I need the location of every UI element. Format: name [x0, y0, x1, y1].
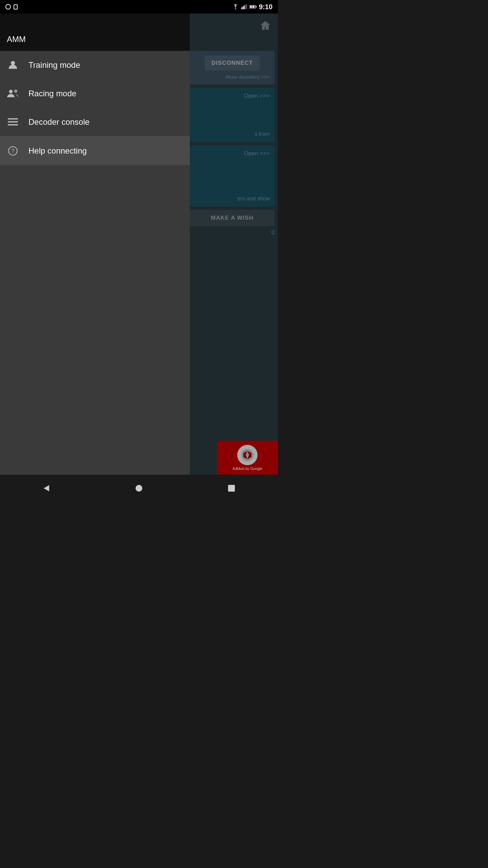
svg-rect-13 [8, 121, 18, 123]
home-button[interactable] [129, 478, 149, 498]
sidebar-item-training-mode[interactable]: Training mode [0, 51, 190, 79]
admob-text: AdMob by Google [232, 467, 262, 471]
battery-icon [249, 4, 257, 9]
status-bar-right: 9:10 [232, 3, 272, 11]
racing-mode-label: Racing mode [28, 89, 76, 98]
help-circle-icon: ? [7, 145, 19, 157]
navigation-drawer: AMM Training mode Rac [0, 14, 190, 475]
circle-status-icon [5, 4, 11, 9]
decoder-console-label: Decoder console [28, 117, 89, 127]
svg-point-19 [136, 485, 142, 492]
person-icon [7, 59, 19, 71]
ad-banner: AdMob by Google [217, 441, 278, 475]
svg-rect-1 [241, 7, 242, 9]
svg-rect-7 [256, 6, 257, 7]
signal-icon [241, 4, 247, 9]
admob-logo [237, 445, 258, 465]
back-button[interactable] [36, 478, 57, 498]
menu-lines-icon [7, 116, 19, 128]
svg-marker-18 [43, 485, 49, 492]
sidebar-item-help-connecting[interactable]: ? Help connecting [0, 137, 190, 165]
sidebar-item-racing-mode[interactable]: Racing mode [0, 79, 190, 108]
svg-point-10 [9, 90, 13, 94]
drawer-header-title: AMM [7, 35, 26, 44]
wifi-icon [232, 4, 239, 9]
svg-point-11 [14, 90, 18, 93]
recent-button[interactable] [221, 478, 242, 498]
svg-point-0 [235, 8, 236, 9]
svg-text:?: ? [12, 148, 15, 154]
svg-rect-14 [8, 124, 18, 125]
training-mode-label: Training mode [28, 60, 80, 70]
svg-rect-3 [244, 5, 245, 9]
svg-rect-20 [228, 485, 235, 492]
svg-point-9 [11, 61, 15, 65]
sd-card-icon [14, 4, 18, 9]
help-connecting-label: Help connecting [28, 146, 87, 156]
sidebar-item-decoder-console[interactable]: Decoder console [0, 108, 190, 136]
status-bar: 9:10 [0, 0, 278, 14]
svg-rect-4 [245, 5, 246, 9]
status-time: 9:10 [259, 3, 272, 11]
svg-rect-2 [243, 6, 244, 9]
people-icon [7, 87, 19, 100]
svg-rect-12 [8, 118, 18, 120]
bottom-nav [0, 475, 278, 502]
drawer-header: AMM [0, 14, 190, 51]
drawer-items-container: Training mode Racing mode [0, 51, 190, 475]
svg-point-17 [241, 449, 253, 461]
svg-rect-5 [246, 4, 247, 9]
status-bar-left [5, 4, 18, 9]
